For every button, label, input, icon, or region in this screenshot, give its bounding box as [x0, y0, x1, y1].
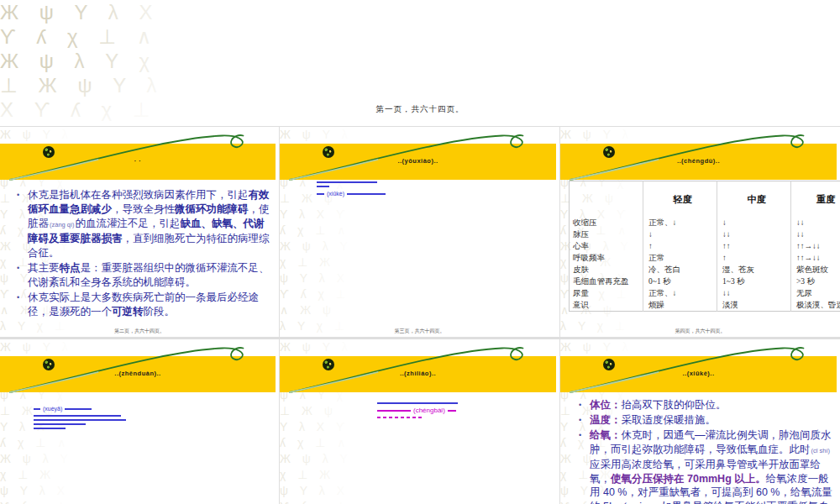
- text-segment: 阶段。: [144, 306, 176, 318]
- text-segment: ，导致全身性: [112, 203, 175, 215]
- text-segment: (zàng qì): [49, 221, 76, 228]
- table-cell: 极淡漠、昏迷: [791, 299, 840, 312]
- bullet-icon: •: [15, 188, 28, 260]
- slide-thumbnail-3[interactable]: Ж ψ Y λ X ϒ ʎ χ ⊥ ∧ Ж ψ λ Y χ ⊥ Ж ψ Y λ …: [560, 127, 840, 337]
- table-cell: 淡漠: [717, 299, 791, 312]
- severity-table: 轻度中度重度收缩压正常、↓↓↓↓脉压↓↓↓↓↓心率↑↑↑↑↑→↓↓呼吸频率正常↑…: [569, 181, 840, 312]
- swoosh-curve: [560, 127, 837, 186]
- swoosh-curve: [0, 127, 276, 186]
- table-cell: ↑↑→↓↓: [791, 252, 840, 264]
- text-segment: 温度：: [590, 414, 622, 426]
- table-cell: ↑: [717, 252, 791, 264]
- micro-text-bar: [317, 181, 377, 183]
- table-cell: >3 秒: [791, 276, 840, 287]
- table-cell: 正常、↓: [643, 287, 717, 299]
- table-row: 毛细血管再充盈0~1 秒1~3 秒>3 秒: [570, 276, 840, 287]
- table-header: [570, 181, 643, 218]
- slide-body: •体位：抬高双下肢的仰卧位。 •温度：采取适度保暖措施。 •给氧：休克时，因通气…: [577, 398, 836, 504]
- table-cell: 冷、苍白: [643, 264, 717, 276]
- bullet-text: 给氧：休克时，因通气—灌流比例失调，肺泡间质水肿，而引起弥散功能障碍，导致低氧血…: [590, 428, 836, 504]
- text-segment: 抬高双下肢的仰卧位。: [622, 399, 727, 411]
- text-segment: 休克是指机体在各种强烈致病因素作用下，引起: [28, 189, 249, 201]
- text-segment: 体位：: [590, 399, 622, 411]
- table-row-label: 心率: [570, 240, 643, 252]
- table-row: 皮肤冷、苍白湿、苍灰紫色斑纹: [570, 264, 840, 276]
- slide-thumbnail-4[interactable]: Ж ψ Y λ X ϒ ʎ χ ⊥ ∧ Ж ψ λ Y χ ⊥ Ж ψ Y λ …: [0, 339, 279, 504]
- slide-footer: 第三页，共六十四页。: [280, 328, 559, 335]
- bullet-icon: •: [15, 261, 28, 290]
- table-header-row: 轻度中度重度: [570, 181, 840, 218]
- table-row-label: 尿量: [570, 287, 643, 299]
- micro-text-bar: [34, 428, 66, 429]
- table-cell: 正常、↓: [643, 217, 717, 228]
- micro-text-bar: [317, 193, 324, 195]
- bullet-text: 其主要特点是：重要脏器组织中的微循环灌流不足、代谢紊乱和全身各系统的机能障碍。: [28, 261, 270, 290]
- micro-text-block: (xiūkè): [317, 179, 386, 199]
- micro-text-bar: [317, 186, 329, 187]
- micro-text-line: (xiūkè): [317, 190, 386, 197]
- table-header: 中度: [717, 181, 791, 218]
- slide-grid: Ж ψ Y λ X ϒ ʎ χ ⊥ ∧ Ж ψ λ Y χ ⊥ Ж ψ Y λ …: [0, 126, 840, 504]
- table-cell: ↓: [717, 217, 791, 228]
- table-cell: ↑: [643, 240, 717, 252]
- bullet-text: 温度：采取适度保暖措施。: [590, 413, 716, 428]
- micro-text-bar: [34, 408, 40, 410]
- table-cell: ↓↓: [717, 228, 791, 240]
- page-header-area: Ж ψ Y λ X ϒ ʎ χ ⊥ ∧ Ж ψ λ Y χ ⊥ Ж ψ Y λ …: [0, 0, 840, 126]
- bullet-icon: •: [577, 398, 590, 412]
- pinyin-text: (xiūkè): [327, 190, 344, 197]
- text-segment: 使氧分压保持在 70mmHg 以上。: [611, 473, 766, 485]
- swoosh-curve: [0, 339, 276, 398]
- table-cell: ↑↑: [717, 240, 791, 252]
- text-segment: 给氧：: [590, 429, 622, 441]
- table-cell: ↑↑→↓↓: [791, 240, 840, 252]
- text-segment: 的血流灌注不足，引起: [76, 218, 181, 229]
- page-caption: 第一页，共六十四页。: [0, 104, 840, 115]
- swoosh-curve: [280, 127, 556, 186]
- table-row-label: 毛细血管再充盈: [570, 276, 643, 287]
- micro-text-block: (chéngbài): [377, 400, 458, 421]
- bullet-icon: •: [577, 413, 590, 428]
- pinyin-text: (chéngbài): [413, 407, 445, 414]
- table-cell: ↓↓: [717, 287, 791, 299]
- bullet-text: 休克是指机体在各种强烈致病因素作用下，引起有效循环血量急剧减少，导致全身性微循环…: [28, 188, 270, 260]
- table-row: 呼吸频率正常↑↑↑→↓↓: [570, 252, 840, 264]
- slide-thumbnail-2[interactable]: Ж ψ Y λ X ϒ ʎ χ ⊥ ∧ Ж ψ λ Y χ ⊥ Ж ψ Y λ …: [280, 127, 559, 337]
- table-row-label: 收缩压: [570, 217, 643, 228]
- table-row-label: 脉压: [570, 228, 643, 240]
- bullet-icon: •: [577, 428, 590, 504]
- text-segment: 休克时，因通气—灌流比例失调，肺泡间质水肿，而引起弥散功能障碍，导致低氧血症。此…: [590, 429, 832, 455]
- micro-text-bar: [34, 415, 121, 417]
- slide-thumbnail-5[interactable]: Ж ψ Y λ X ϒ ʎ χ ⊥ ∧ Ж ψ λ Y χ ⊥ Ж ψ Y λ …: [280, 339, 559, 504]
- text-segment: 采取适度保暖措施。: [622, 414, 717, 426]
- decorative-bead-icon: [43, 146, 55, 158]
- table-row: 收缩压正常、↓↓↓↓: [570, 217, 840, 228]
- table-cell: ↓↓: [791, 228, 840, 240]
- table-row: 脉压↓↓↓↓↓: [570, 228, 840, 240]
- decorative-bead-icon: [43, 359, 55, 370]
- bullet-text: 体位：抬高双下肢的仰卧位。: [590, 398, 727, 412]
- micro-text-bar: [377, 417, 424, 418]
- text-segment: 其主要: [28, 262, 60, 274]
- table-header: 轻度: [643, 181, 717, 218]
- table-cell: ↓: [643, 228, 717, 240]
- swoosh-curve: [560, 339, 837, 398]
- text-segment: 可逆转: [112, 306, 144, 318]
- table-cell: 烦躁: [643, 299, 717, 312]
- bullet-item: •体位：抬高双下肢的仰卧位。: [577, 398, 836, 412]
- slide-thumbnail-6[interactable]: Ж ψ Y λ X ϒ ʎ χ ⊥ ∧ Ж ψ λ Y χ ⊥ Ж ψ Y λ …: [560, 339, 840, 504]
- bullet-item: •给氧：休克时，因通气—灌流比例失调，肺泡间质水肿，而引起弥散功能障碍，导致低氧…: [577, 428, 836, 504]
- bullet-icon: •: [15, 291, 28, 319]
- micro-text-block: (xuèyā): [34, 403, 126, 432]
- text-segment: 微循环功能障碍: [175, 203, 249, 215]
- decorative-bead-icon: [603, 359, 615, 370]
- micro-text-bar: [448, 410, 456, 412]
- slide-thumbnail-1[interactable]: Ж ψ Y λ X ϒ ʎ χ ⊥ ∧ Ж ψ λ Y χ ⊥ Ж ψ Y λ …: [0, 127, 279, 337]
- table-row-label: 皮肤: [570, 264, 643, 276]
- table-header: 重度: [791, 181, 840, 218]
- table-row: 心率↑↑↑↑↑→↓↓: [570, 240, 840, 252]
- bullet-item: •休克实际上是大多数疾病死亡前的一条最后必经途径，是濒死的一个可逆转阶段。: [15, 291, 270, 319]
- slide-footer: 第二页，共六十四页。: [0, 328, 279, 335]
- micro-text-bar: [377, 402, 458, 404]
- text-segment: 特点: [60, 262, 81, 274]
